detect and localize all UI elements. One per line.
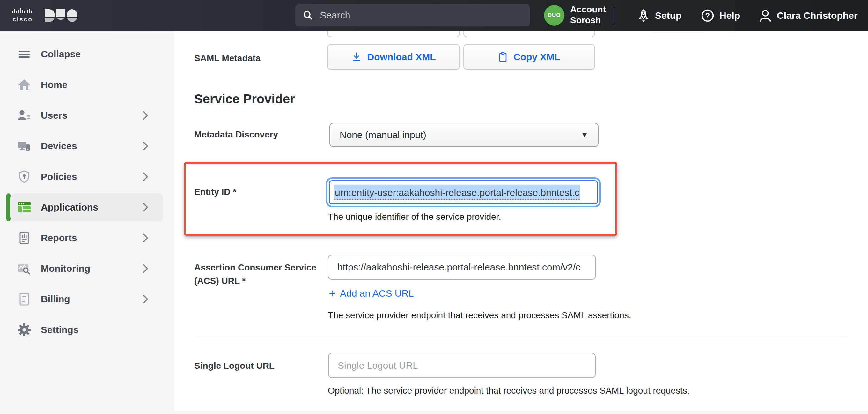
account-label-line2: Sorosh xyxy=(570,15,606,26)
shield-icon xyxy=(17,170,31,184)
reports-icon xyxy=(17,231,31,245)
user-icon xyxy=(759,9,772,22)
sidebar-item-label: Home xyxy=(41,80,67,90)
dropdown-caret-icon: ▼ xyxy=(581,130,588,139)
download-icon xyxy=(351,52,362,62)
sidebar-item-label: Collapse xyxy=(41,49,81,60)
sidebar-item-users[interactable]: Users xyxy=(0,100,175,131)
sidebar-item-devices[interactable]: Devices xyxy=(0,131,175,161)
chevron-right-icon xyxy=(140,234,148,242)
cisco-logo: cisco xyxy=(12,8,33,23)
plus-icon: + xyxy=(329,289,336,298)
search-icon xyxy=(303,10,313,21)
account-badge-label: DUO xyxy=(548,12,561,19)
topbar: cisco DUO Account Sorosh xyxy=(0,0,868,31)
sidebar-item-collapse[interactable]: Collapse xyxy=(0,39,175,69)
user-menu[interactable]: Clara Christopher xyxy=(759,0,858,31)
sidebar-item-label: Settings xyxy=(41,324,79,335)
chevron-right-icon xyxy=(140,172,148,181)
global-search xyxy=(295,4,530,27)
sidebar-item-monitoring[interactable]: Monitoring xyxy=(0,253,175,284)
sidebar-item-settings[interactable]: Settings xyxy=(0,315,175,345)
chevron-right-icon xyxy=(140,295,148,304)
download-xml-label: Download XML xyxy=(367,52,436,62)
metadata-discovery-value: None (manual input) xyxy=(340,129,581,140)
rocket-icon xyxy=(637,9,650,23)
metadata-discovery-select[interactable]: None (manual input) ▼ xyxy=(330,123,598,147)
add-acs-url-label: Add an ACS URL xyxy=(340,288,414,299)
single-logout-help-text: Optional: The service provider endpoint … xyxy=(328,386,690,396)
sidebar: Collapse Home xyxy=(0,31,175,414)
sidebar-item-label: Monitoring xyxy=(41,263,90,274)
cisco-wordmark: cisco xyxy=(12,16,33,23)
duo-admin-screen: cisco DUO Account Sorosh xyxy=(0,0,868,414)
account-badge[interactable]: DUO xyxy=(544,5,564,26)
acs-url-input[interactable]: https://aakahoshi-release.portal-release… xyxy=(328,255,596,280)
download-xml-button[interactable]: Download XML xyxy=(327,44,460,70)
help-button[interactable]: ? Help xyxy=(701,0,740,31)
entity-id-input[interactable]: urn:entity-user:aakahoshi-release.portal… xyxy=(329,180,598,204)
clipboard-icon xyxy=(498,52,508,62)
brand-logos: cisco xyxy=(12,0,78,31)
entity-id-help-text: The unique identifier of the service pro… xyxy=(328,212,501,222)
sidebar-item-reports[interactable]: Reports xyxy=(0,223,175,253)
sidebar-item-label: Reports xyxy=(41,233,77,243)
account-switcher[interactable]: Account Sorosh xyxy=(570,4,606,26)
sidebar-item-home[interactable]: Home xyxy=(0,69,175,100)
devices-icon xyxy=(17,139,31,153)
single-logout-label: Single Logout URL xyxy=(194,361,275,371)
search-input[interactable] xyxy=(319,9,522,21)
topbar-divider xyxy=(614,7,615,25)
chevron-right-icon xyxy=(140,111,148,120)
next-section-edge xyxy=(175,411,868,414)
sidebar-item-label: Devices xyxy=(41,141,77,151)
section-heading: Service Provider xyxy=(194,92,295,106)
gear-icon xyxy=(17,323,31,337)
sidebar-item-label: Billing xyxy=(41,294,70,304)
acs-url-label: Assertion Consumer Service (ACS) URL * xyxy=(194,261,316,288)
acs-url-value: https://aakahoshi-release.portal-release… xyxy=(337,262,580,273)
saml-metadata-label: SAML Metadata xyxy=(194,53,260,63)
menu-icon xyxy=(17,47,31,61)
chevron-right-icon xyxy=(140,264,148,273)
acs-url-label-line1: Assertion Consumer Service xyxy=(194,261,316,274)
sidebar-item-label: Users xyxy=(41,110,67,121)
applications-icon xyxy=(17,200,31,214)
users-icon xyxy=(17,109,31,122)
setup-label: Setup xyxy=(655,10,681,21)
help-icon: ? xyxy=(701,9,714,22)
home-icon xyxy=(17,78,31,92)
billing-icon xyxy=(17,292,31,306)
metadata-discovery-label: Metadata Discovery xyxy=(194,129,278,140)
svg-text:?: ? xyxy=(705,11,710,20)
monitoring-icon xyxy=(17,262,31,275)
account-label-line1: Account xyxy=(570,4,606,15)
sidebar-item-policies[interactable]: Policies xyxy=(0,161,175,192)
copy-xml-label: Copy XML xyxy=(514,52,560,62)
single-logout-input[interactable] xyxy=(328,353,596,378)
user-name-label: Clara Christopher xyxy=(777,10,858,21)
entity-id-selected-text: urn:entity-user:aakahoshi-release.portal… xyxy=(334,185,580,200)
setup-button[interactable]: Setup xyxy=(637,0,681,31)
duo-logo xyxy=(44,9,78,22)
chevron-right-icon xyxy=(140,142,148,151)
sidebar-item-label: Policies xyxy=(41,171,77,182)
help-label: Help xyxy=(719,10,740,21)
cisco-bars-icon xyxy=(12,8,33,15)
copy-xml-button[interactable]: Copy XML xyxy=(463,44,595,70)
sidebar-item-billing[interactable]: Billing xyxy=(0,284,175,315)
acs-url-help-text: The service provider endpoint that recei… xyxy=(328,310,631,321)
add-acs-url-link[interactable]: + Add an ACS URL xyxy=(329,288,414,299)
section-divider xyxy=(194,336,848,336)
sidebar-item-applications[interactable]: Applications xyxy=(0,192,175,223)
acs-url-label-line2: (ACS) URL * xyxy=(194,274,316,288)
sidebar-item-label: Applications xyxy=(41,202,98,213)
entity-id-label: Entity ID * xyxy=(194,187,236,197)
